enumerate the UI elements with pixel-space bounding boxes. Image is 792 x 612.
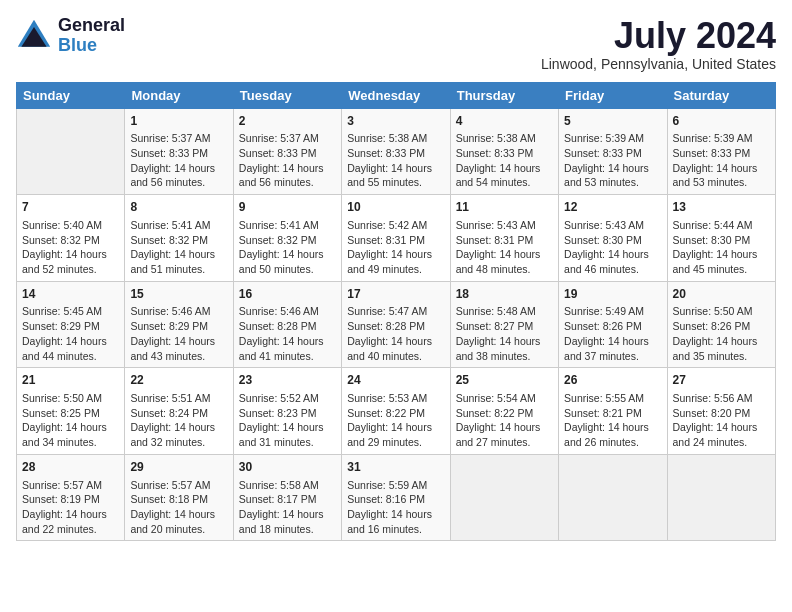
- day-info-line: and 51 minutes.: [130, 262, 227, 277]
- day-info-line: Daylight: 14 hours: [130, 507, 227, 522]
- day-info-line: and 22 minutes.: [22, 522, 119, 537]
- day-info-line: Sunset: 8:33 PM: [456, 146, 553, 161]
- day-info-line: Sunrise: 5:38 AM: [456, 131, 553, 146]
- header-cell-thursday: Thursday: [450, 82, 558, 108]
- day-info-line: Sunset: 8:33 PM: [239, 146, 336, 161]
- day-number: 14: [22, 286, 119, 303]
- day-info-line: Daylight: 14 hours: [456, 334, 553, 349]
- day-number: 22: [130, 372, 227, 389]
- day-info-line: Sunrise: 5:43 AM: [564, 218, 661, 233]
- day-info-line: and 16 minutes.: [347, 522, 444, 537]
- day-number: 10: [347, 199, 444, 216]
- day-info-line: Sunrise: 5:39 AM: [673, 131, 770, 146]
- week-row-1: 1Sunrise: 5:37 AMSunset: 8:33 PMDaylight…: [17, 108, 776, 195]
- day-info-line: and 20 minutes.: [130, 522, 227, 537]
- day-number: 26: [564, 372, 661, 389]
- day-info-line: and 24 minutes.: [673, 435, 770, 450]
- day-number: 13: [673, 199, 770, 216]
- day-info-line: Daylight: 14 hours: [130, 334, 227, 349]
- day-info-line: Daylight: 14 hours: [347, 334, 444, 349]
- calendar-cell: 17Sunrise: 5:47 AMSunset: 8:28 PMDayligh…: [342, 281, 450, 368]
- day-info-line: Sunrise: 5:46 AM: [130, 304, 227, 319]
- day-info-line: Daylight: 14 hours: [347, 161, 444, 176]
- calendar-cell: 20Sunrise: 5:50 AMSunset: 8:26 PMDayligh…: [667, 281, 775, 368]
- day-info-line: Sunset: 8:33 PM: [673, 146, 770, 161]
- day-number: 21: [22, 372, 119, 389]
- calendar-cell: 18Sunrise: 5:48 AMSunset: 8:27 PMDayligh…: [450, 281, 558, 368]
- day-info-line: and 49 minutes.: [347, 262, 444, 277]
- day-info-line: Daylight: 14 hours: [673, 420, 770, 435]
- day-info-line: Sunset: 8:22 PM: [456, 406, 553, 421]
- day-info-line: Sunrise: 5:45 AM: [22, 304, 119, 319]
- calendar-cell: 23Sunrise: 5:52 AMSunset: 8:23 PMDayligh…: [233, 368, 341, 455]
- calendar-body: 1Sunrise: 5:37 AMSunset: 8:33 PMDaylight…: [17, 108, 776, 541]
- day-info-line: and 29 minutes.: [347, 435, 444, 450]
- calendar-cell: 3Sunrise: 5:38 AMSunset: 8:33 PMDaylight…: [342, 108, 450, 195]
- day-info-line: Daylight: 14 hours: [130, 161, 227, 176]
- day-info-line: Sunrise: 5:48 AM: [456, 304, 553, 319]
- calendar-cell: 10Sunrise: 5:42 AMSunset: 8:31 PMDayligh…: [342, 195, 450, 282]
- calendar-cell: [17, 108, 125, 195]
- day-info-line: Sunset: 8:32 PM: [130, 233, 227, 248]
- day-info-line: Daylight: 14 hours: [564, 161, 661, 176]
- day-info-line: and 41 minutes.: [239, 349, 336, 364]
- calendar-cell: 29Sunrise: 5:57 AMSunset: 8:18 PMDayligh…: [125, 454, 233, 541]
- calendar-cell: 31Sunrise: 5:59 AMSunset: 8:16 PMDayligh…: [342, 454, 450, 541]
- day-number: 11: [456, 199, 553, 216]
- day-number: 4: [456, 113, 553, 130]
- day-number: 28: [22, 459, 119, 476]
- day-info-line: Sunrise: 5:52 AM: [239, 391, 336, 406]
- day-info-line: Sunset: 8:33 PM: [564, 146, 661, 161]
- calendar-cell: 14Sunrise: 5:45 AMSunset: 8:29 PMDayligh…: [17, 281, 125, 368]
- day-info-line: Sunrise: 5:37 AM: [130, 131, 227, 146]
- day-info-line: and 55 minutes.: [347, 175, 444, 190]
- day-info-line: Sunrise: 5:54 AM: [456, 391, 553, 406]
- day-info-line: and 54 minutes.: [456, 175, 553, 190]
- day-info-line: Daylight: 14 hours: [22, 507, 119, 522]
- day-info-line: and 38 minutes.: [456, 349, 553, 364]
- day-info-line: Sunset: 8:25 PM: [22, 406, 119, 421]
- day-info-line: and 32 minutes.: [130, 435, 227, 450]
- day-info-line: Sunset: 8:29 PM: [130, 319, 227, 334]
- calendar-cell: 22Sunrise: 5:51 AMSunset: 8:24 PMDayligh…: [125, 368, 233, 455]
- day-number: 17: [347, 286, 444, 303]
- day-info-line: and 45 minutes.: [673, 262, 770, 277]
- day-info-line: and 56 minutes.: [130, 175, 227, 190]
- day-info-line: Daylight: 14 hours: [564, 247, 661, 262]
- calendar-cell: 2Sunrise: 5:37 AMSunset: 8:33 PMDaylight…: [233, 108, 341, 195]
- day-number: 7: [22, 199, 119, 216]
- day-info-line: Daylight: 14 hours: [456, 161, 553, 176]
- day-number: 20: [673, 286, 770, 303]
- day-info-line: Sunset: 8:27 PM: [456, 319, 553, 334]
- day-number: 29: [130, 459, 227, 476]
- day-info-line: Sunset: 8:33 PM: [130, 146, 227, 161]
- calendar-cell: 30Sunrise: 5:58 AMSunset: 8:17 PMDayligh…: [233, 454, 341, 541]
- day-info-line: Sunset: 8:24 PM: [130, 406, 227, 421]
- calendar-cell: 21Sunrise: 5:50 AMSunset: 8:25 PMDayligh…: [17, 368, 125, 455]
- calendar-cell: 4Sunrise: 5:38 AMSunset: 8:33 PMDaylight…: [450, 108, 558, 195]
- day-info-line: Daylight: 14 hours: [347, 420, 444, 435]
- day-info-line: Daylight: 14 hours: [456, 247, 553, 262]
- calendar-cell: 11Sunrise: 5:43 AMSunset: 8:31 PMDayligh…: [450, 195, 558, 282]
- day-info-line: Sunset: 8:30 PM: [673, 233, 770, 248]
- day-info-line: Sunset: 8:29 PM: [22, 319, 119, 334]
- day-info-line: Sunrise: 5:39 AM: [564, 131, 661, 146]
- day-info-line: and 35 minutes.: [673, 349, 770, 364]
- day-number: 15: [130, 286, 227, 303]
- day-info-line: Sunset: 8:32 PM: [22, 233, 119, 248]
- day-info-line: and 34 minutes.: [22, 435, 119, 450]
- day-info-line: Sunrise: 5:44 AM: [673, 218, 770, 233]
- calendar-table: SundayMondayTuesdayWednesdayThursdayFrid…: [16, 82, 776, 542]
- day-number: 3: [347, 113, 444, 130]
- day-info-line: Sunrise: 5:46 AM: [239, 304, 336, 319]
- logo: General Blue: [16, 16, 125, 56]
- day-number: 12: [564, 199, 661, 216]
- day-number: 23: [239, 372, 336, 389]
- day-info-line: Daylight: 14 hours: [564, 420, 661, 435]
- day-info-line: Sunset: 8:21 PM: [564, 406, 661, 421]
- day-info-line: Daylight: 14 hours: [673, 334, 770, 349]
- day-info-line: and 50 minutes.: [239, 262, 336, 277]
- day-info-line: Sunrise: 5:38 AM: [347, 131, 444, 146]
- calendar-cell: 24Sunrise: 5:53 AMSunset: 8:22 PMDayligh…: [342, 368, 450, 455]
- calendar-cell: 16Sunrise: 5:46 AMSunset: 8:28 PMDayligh…: [233, 281, 341, 368]
